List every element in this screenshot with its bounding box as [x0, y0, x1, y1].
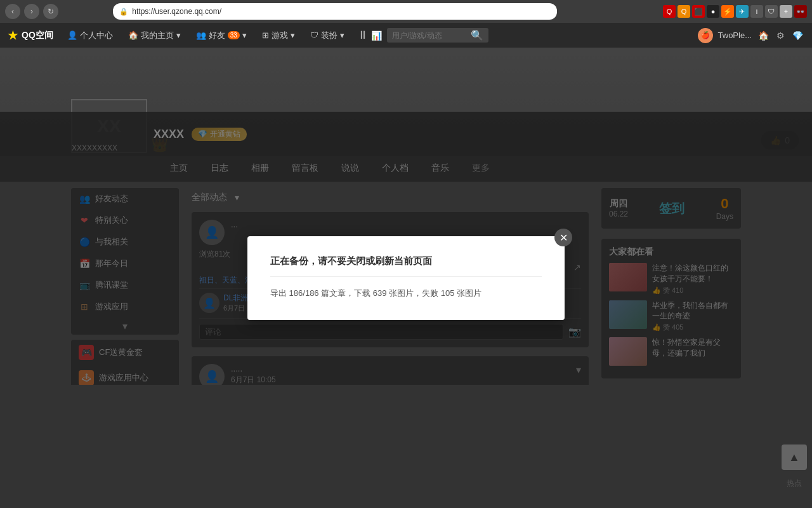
reload-button[interactable]: ↻	[43, 4, 58, 19]
ext-icon-7[interactable]: i	[750, 5, 763, 18]
nav-deco[interactable]: 🛡 装扮 ▾	[303, 23, 352, 48]
ext-icon-10[interactable]: 👓	[794, 5, 807, 18]
ext-icon-1[interactable]: Q	[663, 5, 676, 18]
ext-icon-9[interactable]: +	[780, 5, 792, 18]
secure-icon: 🔒	[119, 8, 128, 16]
forward-button[interactable]: ›	[24, 4, 39, 19]
modal-divider	[270, 276, 542, 277]
ext-icon-6[interactable]: ✈	[736, 5, 749, 18]
dropdown-icon: ▾	[176, 30, 181, 40]
extension-icons: Q Q ⬛ ● ⚡ ✈ i 🛡 + 👓	[663, 5, 807, 18]
url-text: https://user.qzone.qq.com/	[132, 7, 221, 16]
page-background: XX 👑 👍 0 🌧 28 °C 广州 6月22日	[0, 48, 812, 508]
person-icon: 👤	[67, 30, 77, 40]
games-dropdown: ▾	[291, 30, 295, 40]
modal-box: ✕ 正在备份，请不要关闭或刷新当前页面 导出 186/186 篇文章，下载 63…	[247, 236, 565, 319]
games-icon: ⊞	[262, 30, 269, 40]
back-button[interactable]: ‹	[5, 4, 20, 19]
search-icon[interactable]: 🔍	[471, 29, 483, 41]
nav-my-homepage[interactable]: 🏠 我的主页 ▾	[121, 23, 188, 48]
browser-chrome: ‹ › ↻ 🔒 https://user.qzone.qq.com/ Q Q ⬛…	[0, 0, 812, 23]
ext-icon-8[interactable]: 🛡	[765, 5, 778, 18]
ext-icon-2[interactable]: Q	[678, 5, 690, 18]
logo: ★ QQ空间	[8, 29, 53, 43]
user-avatar: 🍎	[698, 28, 713, 43]
modal-title: 正在备份，请不要关闭或刷新当前页面	[270, 255, 542, 267]
stats-btn[interactable]: 📊	[371, 30, 382, 41]
nav-right-area: 🍎 TwoPle... 🏠 ⚙ 💎	[698, 28, 804, 43]
nav-settings-icon[interactable]: ⚙	[775, 29, 786, 42]
dropdown-arrow: ▾	[242, 30, 247, 40]
nav-personal-center[interactable]: 👤 个人中心	[60, 23, 121, 48]
username-display: TwoPle...	[718, 30, 752, 40]
nav-friends[interactable]: 👥 好友 33 ▾	[188, 23, 254, 48]
modal-close-btn[interactable]: ✕	[554, 229, 572, 246]
ext-icon-3[interactable]: ⬛	[692, 5, 705, 18]
logo-text: QQ空间	[22, 30, 53, 41]
nav-diamond-icon[interactable]: 💎	[791, 29, 804, 42]
pause-btn[interactable]: ⏸	[357, 29, 369, 42]
address-bar[interactable]: 🔒 https://user.qzone.qq.com/	[113, 3, 557, 20]
ext-icon-5[interactable]: ⚡	[721, 5, 734, 18]
top-navigation: ★ QQ空间 👤 个人中心 🏠 我的主页 ▾ 👥 好友 33 ▾ ⊞ 游戏 ▾ …	[0, 23, 812, 48]
deco-icon: 🛡	[310, 30, 318, 40]
home-icon: 🏠	[128, 30, 138, 40]
search-input[interactable]	[392, 31, 468, 40]
deco-dropdown: ▾	[340, 30, 344, 40]
modal-status-text: 导出 186/186 篇文章，下载 639 张图片，失败 105 张图片	[270, 286, 542, 300]
ext-icon-4[interactable]: ●	[707, 5, 719, 18]
nav-home-icon[interactable]: 🏠	[757, 29, 770, 42]
modal-overlay: ✕ 正在备份，请不要关闭或刷新当前页面 导出 186/186 篇文章，下载 63…	[0, 48, 812, 508]
star-icon: ★	[8, 29, 18, 43]
search-bar: 🔍	[387, 28, 488, 43]
browser-actions: Q Q ⬛ ● ⚡ ✈ i 🛡 + 👓	[663, 5, 807, 18]
nav-games[interactable]: ⊞ 游戏 ▾	[254, 23, 303, 48]
friends-icon: 👥	[196, 30, 206, 40]
friends-badge: 33	[228, 31, 240, 39]
